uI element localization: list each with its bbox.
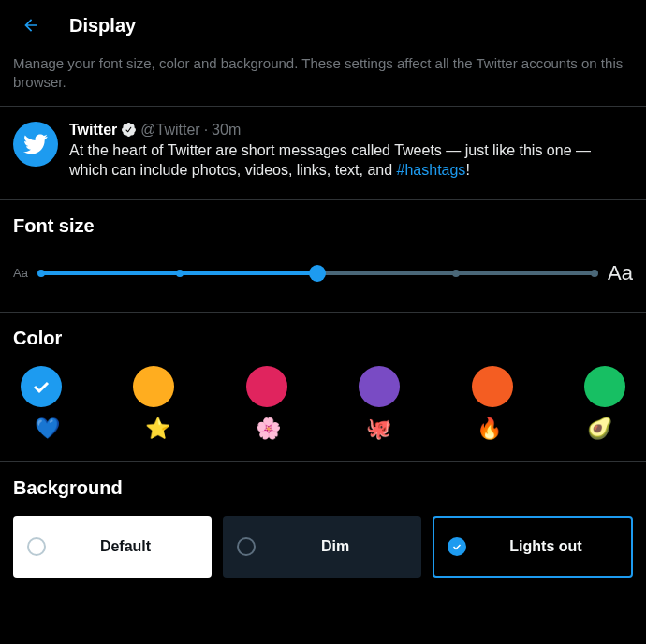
background-label-dim: Dim — [263, 538, 407, 555]
tweet-text-suffix: ! — [465, 162, 469, 178]
divider — [0, 199, 646, 200]
tweet-text-prefix: At the heart of Twitter are short messag… — [69, 142, 591, 179]
sample-tweet: Twitter @Twitter · 30m At the heart of T… — [0, 110, 646, 196]
tweet-author-name: Twitter — [69, 122, 117, 139]
tweet-time: 30m — [212, 122, 241, 139]
font-size-large-label: Aa — [608, 261, 633, 285]
slider-step-1[interactable] — [176, 270, 184, 277]
tweet-dot: · — [204, 122, 208, 139]
color-emoji-purple: 🐙 — [358, 417, 399, 441]
font-size-slider-row: Aa Aa — [0, 244, 646, 308]
background-options-row: Default Dim Lights out — [0, 506, 646, 591]
check-icon — [451, 541, 462, 552]
background-label-default: Default — [53, 538, 198, 555]
color-swatch-row — [0, 357, 646, 413]
slider-step-3[interactable] — [452, 270, 460, 277]
divider — [0, 312, 646, 313]
color-emoji-orange: 🔥 — [468, 417, 509, 441]
twitter-bird-icon — [22, 131, 49, 157]
color-swatch-purple[interactable] — [359, 366, 400, 407]
color-swatch-orange[interactable] — [472, 366, 513, 407]
color-swatch-yellow[interactable] — [133, 366, 174, 407]
back-button[interactable] — [15, 9, 47, 41]
section-title-background: Background — [0, 466, 646, 506]
description-text: Manage your font size, color and backgro… — [0, 54, 646, 102]
check-icon — [30, 375, 52, 398]
slider-step-4[interactable] — [591, 270, 598, 277]
tweet-body: Twitter @Twitter · 30m At the heart of T… — [69, 122, 633, 181]
background-label-lights-out: Lights out — [474, 538, 618, 555]
divider — [0, 461, 646, 462]
page-title: Display — [69, 15, 136, 37]
color-emoji-blue: 💙 — [26, 417, 67, 441]
section-title-font-size: Font size — [0, 204, 646, 244]
font-size-slider[interactable] — [41, 271, 595, 275]
slider-thumb[interactable] — [309, 265, 326, 282]
radio-checked-icon — [448, 537, 466, 556]
background-option-default[interactable]: Default — [13, 516, 212, 578]
tweet-hashtag[interactable]: #hashtags — [397, 162, 466, 178]
avatar — [13, 122, 58, 167]
background-option-lights-out[interactable]: Lights out — [433, 516, 633, 578]
verified-badge-icon — [121, 122, 137, 139]
background-option-dim[interactable]: Dim — [223, 516, 421, 578]
radio-unchecked-icon — [27, 537, 46, 556]
color-swatch-pink[interactable] — [246, 366, 287, 407]
color-emoji-green: 🥑 — [579, 417, 620, 441]
color-emoji-yellow: ⭐ — [137, 417, 178, 441]
color-swatch-blue[interactable] — [21, 366, 62, 407]
color-swatch-green[interactable] — [584, 366, 625, 407]
radio-unchecked-icon — [237, 537, 256, 556]
arrow-left-icon — [22, 16, 40, 35]
color-emoji-row: 💙 ⭐ 🌸 🐙 🔥 🥑 — [0, 413, 646, 458]
color-emoji-pink: 🌸 — [247, 417, 288, 441]
tweet-header: Twitter @Twitter · 30m — [69, 122, 633, 139]
header: Display — [0, 0, 646, 54]
font-size-small-label: Aa — [13, 266, 28, 280]
section-title-color: Color — [0, 316, 646, 357]
tweet-handle: @Twitter — [140, 122, 199, 139]
divider — [0, 106, 646, 107]
slider-step-0[interactable] — [37, 270, 45, 277]
tweet-text: At the heart of Twitter are short messag… — [69, 140, 633, 181]
